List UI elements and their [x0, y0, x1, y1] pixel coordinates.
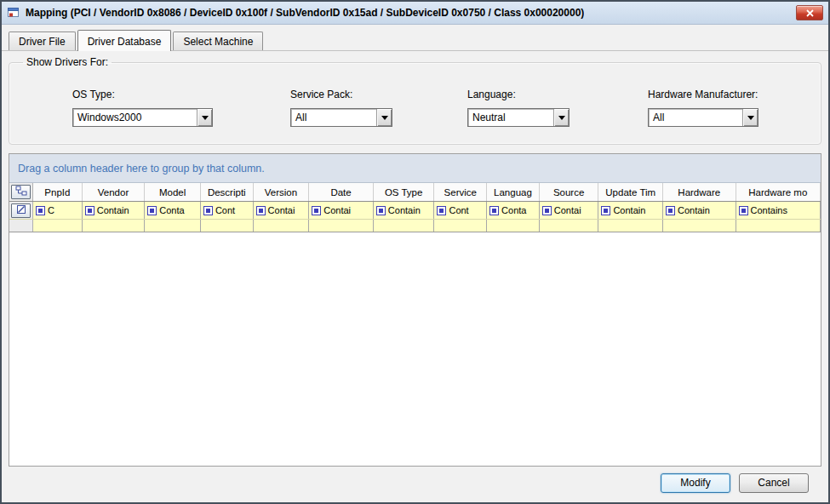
chevron-down-icon: [558, 116, 565, 120]
filter-criteria-icon[interactable]: [147, 206, 157, 215]
grid-customize-button[interactable]: [11, 185, 31, 199]
os-type-value: Windows2000: [73, 112, 197, 123]
column-header-descripti[interactable]: Descripti: [201, 183, 254, 201]
filter-criteria-icon[interactable]: [36, 206, 45, 215]
filter-criteria-icon[interactable]: [437, 206, 446, 215]
language-dropdown-button[interactable]: [553, 109, 569, 126]
filter-cell-hardware[interactable]: Contain: [663, 202, 736, 219]
filter-criteria-icon[interactable]: [85, 206, 94, 215]
new-row-cell-hardware[interactable]: [663, 220, 736, 232]
filter-criteria-text: C: [48, 205, 54, 215]
chevron-down-icon: [747, 116, 754, 120]
filter-cell-hardware-mo[interactable]: Contains: [736, 202, 821, 219]
field-hardware-manufacturer: Hardware Manufacturer: All: [648, 89, 758, 127]
titlebar: Mapping (PCI / VendorID 0x8086 / DeviceI…: [2, 2, 828, 25]
filter-criteria-text: Contai: [268, 205, 295, 215]
modify-button[interactable]: Modify: [661, 473, 730, 493]
filter-criteria-text: Contain: [678, 205, 710, 215]
hierarchy-icon: [15, 186, 27, 198]
filter-cell-vendor[interactable]: Contain: [83, 202, 146, 219]
filter-cell-version[interactable]: Contai: [254, 202, 310, 219]
hardware-manufacturer-dropdown-button[interactable]: [742, 109, 758, 126]
column-header-version[interactable]: Version: [254, 183, 310, 201]
filter-cell-update-tim[interactable]: Contain: [598, 202, 663, 219]
close-button[interactable]: [796, 5, 823, 20]
filter-cell-service[interactable]: Cont: [434, 202, 487, 219]
footer: Modify Cancel: [2, 463, 828, 502]
column-header-languag[interactable]: Languag: [487, 183, 540, 201]
tab-driver-file[interactable]: Driver File: [9, 32, 76, 50]
filter-cell-pnpid[interactable]: C: [33, 202, 83, 219]
column-header-os-type[interactable]: OS Type: [374, 183, 435, 201]
new-row-cell-pnpid[interactable]: [33, 220, 83, 232]
column-header-model[interactable]: Model: [145, 183, 201, 201]
form-icon: [7, 6, 20, 20]
filter-criteria-icon[interactable]: [739, 206, 748, 215]
group-by-panel[interactable]: Drag a column header here to group by th…: [9, 154, 821, 183]
new-row-indicator-cell: [9, 220, 33, 232]
new-row-cell-vendor[interactable]: [83, 220, 146, 232]
filter-cell-source[interactable]: Contai: [540, 202, 599, 219]
language-combo[interactable]: Neutral: [467, 108, 570, 127]
service-pack-value: All: [291, 112, 376, 123]
new-row-cell-source[interactable]: [540, 220, 599, 232]
new-row-cell-languag[interactable]: [487, 220, 540, 232]
filter-row-indicator-cell: [9, 202, 33, 219]
new-row-cell-date[interactable]: [309, 220, 374, 232]
grid-filter-row: CContainContaContContaiContaiContainCont…: [9, 202, 821, 220]
column-header-update-tim[interactable]: Update Tim: [598, 183, 663, 201]
filter-criteria-icon[interactable]: [542, 206, 552, 215]
filter-criteria-icon[interactable]: [203, 206, 213, 215]
new-row-cell-hardware-mo[interactable]: [736, 220, 821, 232]
column-header-date[interactable]: Date: [309, 183, 374, 201]
filter-criteria-text: Contain: [388, 205, 421, 215]
filter-criteria-text: Conta: [501, 205, 526, 215]
new-row-cell-descripti[interactable]: [201, 220, 254, 232]
tab-driver-database[interactable]: Driver Database: [77, 30, 172, 51]
filter-criteria-icon[interactable]: [312, 206, 321, 215]
new-row-cell-os-type[interactable]: [374, 220, 435, 232]
service-pack-label: Service Pack:: [290, 89, 392, 100]
filter-criteria-icon[interactable]: [666, 206, 675, 215]
filter-cell-descripti[interactable]: Cont: [201, 202, 254, 219]
service-pack-dropdown-button[interactable]: [376, 109, 392, 126]
filter-cell-os-type[interactable]: Contain: [374, 202, 435, 219]
slashed-square-icon: [16, 204, 26, 217]
filter-cell-model[interactable]: Conta: [145, 202, 201, 219]
hardware-manufacturer-combo[interactable]: All: [648, 108, 758, 127]
filter-cell-languag[interactable]: Conta: [487, 202, 540, 219]
column-header-pnpid[interactable]: PnpId: [33, 183, 83, 201]
column-header-hardware-mo[interactable]: Hardware mo: [736, 183, 821, 201]
column-header-source[interactable]: Source: [540, 183, 599, 201]
field-os-type: OS Type: Windows2000: [72, 89, 213, 127]
filter-criteria-icon[interactable]: [489, 206, 499, 215]
grid-header-row: PnpIdVendorModelDescriptiVersionDateOS T…: [9, 183, 821, 202]
os-type-label: OS Type:: [72, 89, 213, 100]
filter-cell-date[interactable]: Contai: [309, 202, 374, 219]
field-language: Language: Neutral: [467, 89, 570, 127]
service-pack-combo[interactable]: All: [290, 108, 392, 127]
new-row-cell-model[interactable]: [145, 220, 201, 232]
clear-filter-button[interactable]: [11, 203, 31, 218]
hardware-manufacturer-label: Hardware Manufacturer:: [648, 89, 758, 100]
new-row-cell-update-tim[interactable]: [598, 220, 663, 232]
filter-criteria-icon[interactable]: [601, 206, 610, 215]
new-row-cell-version[interactable]: [254, 220, 310, 232]
filter-criteria-icon[interactable]: [256, 206, 266, 215]
filter-criteria-text: Contains: [751, 205, 787, 215]
os-type-combo[interactable]: Windows2000: [72, 108, 213, 127]
column-header-service[interactable]: Service: [434, 183, 487, 201]
filter-criteria-text: Contain: [97, 205, 129, 215]
grid-body[interactable]: [9, 232, 821, 466]
cancel-button[interactable]: Cancel: [739, 473, 809, 493]
new-row-cell-service[interactable]: [434, 220, 487, 232]
chevron-down-icon: [381, 116, 388, 120]
driver-grid: Drag a column header here to group by th…: [9, 153, 821, 467]
chevron-down-icon: [202, 116, 209, 120]
column-header-vendor[interactable]: Vendor: [83, 183, 146, 201]
filter-criteria-text: Contain: [613, 205, 645, 215]
tab-select-machine[interactable]: Select Machine: [173, 32, 263, 50]
filter-criteria-icon[interactable]: [376, 206, 386, 215]
column-header-hardware[interactable]: Hardware: [663, 183, 736, 201]
os-type-dropdown-button[interactable]: [197, 109, 212, 126]
